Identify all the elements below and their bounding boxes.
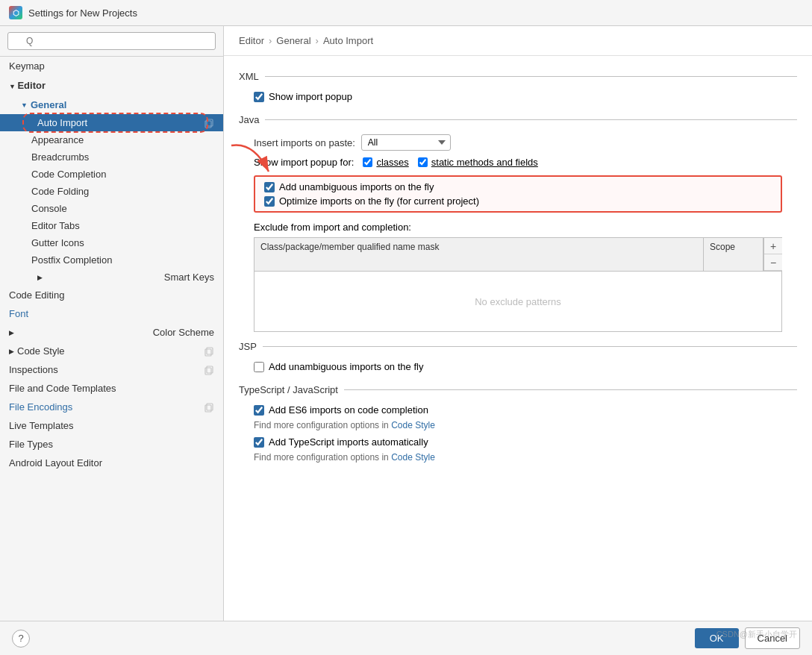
sidebar-label-console: Console: [31, 203, 67, 214]
classes-check-item: classes: [363, 157, 408, 168]
sidebar-label-editor-tabs: Editor Tabs: [31, 220, 80, 231]
sidebar-item-postfix-completion[interactable]: Postfix Completion: [0, 251, 223, 269]
sidebar-item-general[interactable]: ▼ General: [0, 95, 223, 114]
highlight-box: Add unambiguous imports on the fly Optim…: [254, 175, 782, 213]
sidebar-label-editor: Editor: [17, 80, 46, 91]
xml-section-title: XML: [239, 71, 259, 82]
static-methods-checkbox[interactable]: [418, 157, 428, 167]
xml-show-popup-checkbox[interactable]: [254, 92, 264, 102]
java-section-title: Java: [239, 114, 259, 125]
copy-icon-file-encodings: [204, 402, 214, 413]
sidebar-item-code-editing[interactable]: Code Editing: [0, 286, 223, 304]
sidebar-label-smart-keys: Smart Keys: [164, 272, 214, 283]
sidebar-item-file-types[interactable]: File Types: [0, 435, 223, 454]
sidebar-item-keymap[interactable]: Keymap: [0, 57, 223, 75]
breadcrumb-sep2: ›: [316, 35, 319, 46]
ts-section-header: TypeScript / JavaScript: [239, 384, 797, 395]
sidebar-item-gutter-icons[interactable]: Gutter Icons: [0, 234, 223, 251]
ts-add-es6-row: Add ES6 imports on code completion: [239, 404, 797, 416]
help-button[interactable]: ?: [12, 630, 30, 648]
jsp-section-header: JSP: [239, 341, 797, 352]
svg-rect-0: [205, 121, 211, 128]
remove-row-button[interactable]: −: [764, 254, 782, 271]
sidebar-label-code-folding: Code Folding: [31, 186, 89, 197]
sidebar-item-appearance[interactable]: Appearance: [0, 131, 223, 148]
ts-section-title: TypeScript / JavaScript: [239, 384, 338, 395]
search-input[interactable]: [7, 32, 216, 50]
sidebar: 🔍 Keymap Editor ▼ General Auto Import: [0, 26, 224, 621]
add-unambiguous-label: Add unambiguous imports on the fly: [279, 181, 434, 192]
copy-icon-code-style: [204, 346, 214, 357]
sidebar-label-color-scheme: Color Scheme: [153, 327, 214, 338]
ts-code-style-link2[interactable]: Code Style: [391, 452, 435, 463]
sidebar-label-code-editing: Code Editing: [9, 289, 64, 301]
optimize-imports-row: Optimize imports on the fly (for current…: [264, 195, 772, 207]
sidebar-item-android-layout-editor[interactable]: Android Layout Editor: [0, 454, 223, 472]
xml-section-header: XML: [239, 71, 797, 82]
sidebar-item-editor[interactable]: Editor: [0, 75, 223, 95]
jsp-section-title: JSP: [239, 341, 257, 352]
sidebar-label-code-completion: Code Completion: [31, 169, 106, 180]
sidebar-item-inspections[interactable]: Inspections: [0, 360, 223, 379]
sidebar-label-file-types: File Types: [9, 439, 53, 450]
sidebar-item-font[interactable]: Font: [0, 304, 223, 323]
add-unambiguous-checkbox[interactable]: [264, 182, 275, 192]
selected-item-wrapper: Auto Import: [0, 114, 223, 131]
sidebar-item-breadcrumbs[interactable]: Breadcrumbs: [0, 148, 223, 166]
sidebar-item-console[interactable]: Console: [0, 200, 223, 217]
show-import-popup-row: Show import popup for: classes static me…: [239, 157, 797, 168]
breadcrumb-general: General: [276, 35, 310, 46]
sidebar-item-file-encodings[interactable]: File Encodings: [0, 398, 223, 416]
exclude-label: Exclude from import and completion:: [254, 222, 411, 233]
add-unambiguous-row: Add unambiguous imports on the fly: [264, 181, 772, 192]
add-row-button[interactable]: +: [764, 238, 782, 254]
title-bar: ⬡ Settings for New Projects: [0, 0, 812, 26]
static-methods-check-item: static methods and fields: [418, 157, 538, 168]
sidebar-label-font: Font: [9, 308, 28, 319]
svg-rect-7: [207, 404, 213, 410]
sidebar-item-color-scheme[interactable]: ▶ Color Scheme: [0, 323, 223, 342]
content-body: XML Show import popup Java Insert import…: [224, 56, 812, 621]
classes-checkbox[interactable]: [363, 157, 372, 167]
optimize-imports-checkbox[interactable]: [264, 196, 275, 207]
sidebar-item-code-completion[interactable]: Code Completion: [0, 166, 223, 183]
table-data-area: No exclude patterns: [254, 272, 781, 331]
svg-rect-4: [205, 368, 211, 374]
sidebar-item-editor-tabs[interactable]: Editor Tabs: [0, 217, 223, 234]
watermark: CSDN@新手小自学开: [716, 629, 797, 640]
sidebar-label-auto-import: Auto Import: [37, 117, 87, 128]
ts-add-typescript-row: Add TypeScript imports automatically: [239, 436, 797, 448]
sidebar-label-code-style: Code Style: [17, 345, 65, 357]
ts-find-more-row1: Find more configuration options in Code …: [239, 420, 797, 430]
sidebar-item-smart-keys[interactable]: ▶ Smart Keys: [0, 269, 223, 286]
sidebar-label-live-templates: Live Templates: [9, 420, 73, 431]
xml-show-popup-label: Show import popup: [269, 91, 352, 102]
jsp-section-line: [263, 346, 797, 347]
sidebar-item-auto-import[interactable]: Auto Import: [0, 114, 223, 131]
breadcrumb-sep1: ›: [269, 35, 272, 46]
sidebar-item-code-folding[interactable]: Code Folding: [0, 183, 223, 200]
app-icon: ⬡: [9, 6, 22, 19]
svg-rect-2: [205, 349, 211, 356]
sidebar-item-file-code-templates[interactable]: File and Code Templates: [0, 379, 223, 398]
svg-rect-1: [207, 119, 213, 126]
sidebar-label-file-code-templates: File and Code Templates: [9, 383, 116, 394]
jsp-add-unambiguous-label: Add unambiguous imports on the fly: [269, 361, 423, 372]
ts-add-typescript-checkbox[interactable]: [254, 437, 264, 448]
sidebar-label-postfix-completion: Postfix Completion: [31, 254, 112, 266]
java-section-line: [265, 119, 797, 120]
jsp-add-unambiguous-checkbox[interactable]: [254, 362, 264, 372]
sidebar-item-live-templates[interactable]: Live Templates: [0, 416, 223, 435]
ts-find-more-text2: Find more configuration options in: [254, 452, 389, 463]
ts-add-es6-label: Add ES6 imports on code completion: [269, 404, 428, 416]
insert-imports-select[interactable]: All None Ask: [361, 134, 451, 151]
sidebar-label-inspections: Inspections: [9, 364, 58, 375]
exclude-label-row: Exclude from import and completion:: [239, 222, 797, 233]
window-title: Settings for New Projects: [28, 7, 137, 19]
ts-add-es6-checkbox[interactable]: [254, 405, 264, 416]
table-col2-header: Scope: [704, 238, 763, 271]
ts-code-style-link1[interactable]: Code Style: [391, 420, 435, 430]
sidebar-item-code-style[interactable]: ▶ Code Style: [0, 342, 223, 360]
no-patterns-text: No exclude patterns: [475, 296, 561, 307]
insert-imports-row: Insert imports on paste: All None Ask: [239, 134, 797, 151]
